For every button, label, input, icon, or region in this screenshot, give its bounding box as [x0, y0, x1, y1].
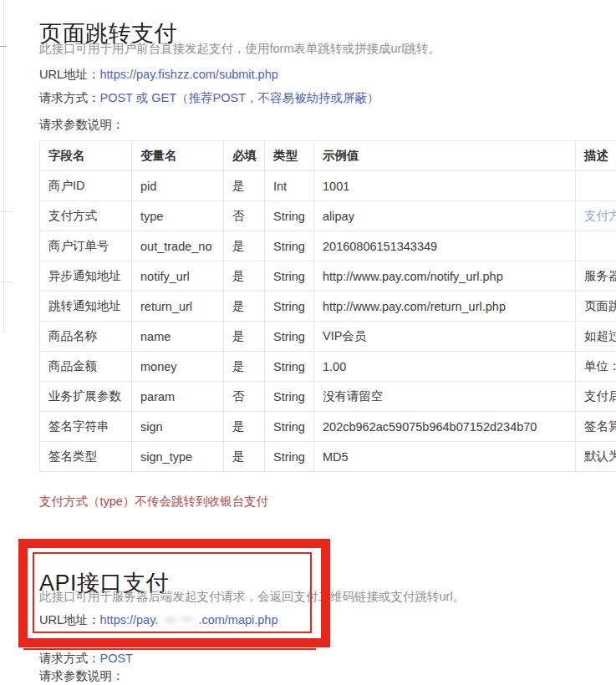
- table-cell: String: [265, 201, 314, 231]
- table-cell: String: [265, 382, 314, 412]
- method-value: POST 或 GET（推荐POST，不容易被劫持或屏蔽）: [100, 91, 379, 104]
- censored-blur-patch: [159, 613, 197, 626]
- col-header-field: 字段名: [40, 141, 132, 171]
- table-row: 签名字符串sign是String202cb962ac59075b964b0715…: [40, 412, 616, 442]
- table-cell: 签名算法: [576, 412, 616, 442]
- table-cell: 单位：元: [576, 352, 616, 382]
- table-cell: String: [265, 322, 314, 352]
- table-cell: 支付方式: [40, 201, 132, 231]
- method-label: 请求方式：: [39, 652, 100, 665]
- table-cell: 是: [224, 442, 265, 472]
- api-section-description: 此接口可用于服务器后端发起支付请求，会返回支付二维码链接或支付跳转url。: [39, 590, 465, 604]
- api-method-line: 请求方式：POST: [39, 651, 133, 666]
- table-cell: sign_type: [132, 442, 224, 472]
- table-cell: 否: [224, 201, 265, 231]
- table-row: 商品金额money是String1.00单位：元: [40, 352, 616, 382]
- sidebar-tick: [0, 282, 12, 282]
- table-cell: 默认为M: [576, 442, 616, 472]
- table-cell: String: [265, 412, 314, 442]
- table-cell: param: [132, 382, 224, 412]
- table-cell: String: [265, 261, 314, 292]
- table-cell: [576, 171, 616, 201]
- params-table: 字段名 变量名 必填 类型 示例值 描述 商户IDpid是Int1001支付方式…: [39, 140, 616, 472]
- params-label: 请求参数说明：: [39, 669, 125, 682]
- table-cell: 商户订单号: [40, 231, 132, 261]
- col-header-required: 必填: [224, 141, 265, 171]
- sidebar-edge-divider: [3, 0, 4, 334]
- table-cell: VIP会员: [314, 322, 576, 352]
- sidebar-tick: [0, 46, 7, 47]
- mapi-url-link[interactable]: https://pay..com/mapi.php: [100, 613, 278, 627]
- table-cell: http://www.pay.com/notify_url.php: [314, 261, 576, 292]
- table-cell: 如超过1: [576, 322, 616, 352]
- table-cell: String: [265, 442, 314, 472]
- table-cell: alipay: [314, 201, 576, 231]
- api-url-line: URL地址：https://pay..com/mapi.php: [39, 612, 277, 627]
- table-cell: 是: [224, 292, 265, 322]
- table-cell: 1001: [314, 171, 576, 201]
- url-label: URL地址：: [39, 68, 100, 81]
- table-cell: Int: [265, 171, 314, 201]
- table-cell: 是: [224, 171, 265, 201]
- table-cell: 商品名称: [40, 322, 132, 352]
- col-header-type: 类型: [265, 141, 314, 171]
- table-row: 签名类型sign_type是StringMD5默认为M: [40, 442, 616, 472]
- submit-url-link[interactable]: https://pay.fishzz.com/submit.php: [100, 68, 278, 81]
- col-header-desc: 描述: [576, 141, 616, 171]
- table-cell: 是: [224, 231, 265, 261]
- table-cell: String: [265, 231, 314, 261]
- table-cell: notify_url: [132, 261, 224, 292]
- table-cell: pid: [132, 171, 224, 201]
- table-header-row: 字段名 变量名 必填 类型 示例值 描述: [40, 141, 616, 171]
- table-cell: [576, 231, 616, 261]
- table-cell: 是: [224, 322, 265, 352]
- table-row: 商户订单号out_trade_no是String2016080615134334…: [40, 231, 616, 261]
- table-row: 跳转通知地址return_url是Stringhttp://www.pay.co…: [40, 292, 616, 322]
- table-row: 商户IDpid是Int1001: [40, 171, 616, 201]
- table-cell: http://www.pay.com/return_url.php: [314, 292, 576, 322]
- sidebar-tick: [0, 211, 12, 212]
- api-params-label-line: 请求参数说明：: [39, 668, 125, 683]
- table-cell: 服务器异: [576, 261, 616, 292]
- method-label: 请求方式：: [39, 91, 100, 104]
- table-row: 业务扩展参数param否String没有请留空支付后原: [40, 382, 616, 412]
- table-cell: return_url: [132, 292, 224, 322]
- table-cell: 商户ID: [40, 171, 132, 201]
- table-cell: 否: [224, 382, 265, 412]
- table-cell: String: [265, 352, 314, 382]
- table-cell: 支付后原: [576, 382, 616, 412]
- table-cell: 1.00: [314, 352, 576, 382]
- col-header-example: 示例值: [314, 141, 576, 171]
- method-value: POST: [100, 652, 133, 665]
- table-cell: MD5: [314, 442, 576, 472]
- table-cell: 202cb962ac59075b964b07152d234b70: [314, 412, 576, 442]
- table-cell: 是: [224, 261, 265, 292]
- type-note: 支付方式（type）不传会跳转到收银台支付: [39, 494, 268, 510]
- table-row: 商品名称name是StringVIP会员如超过1: [40, 322, 616, 352]
- table-cell: String: [265, 292, 314, 322]
- params-label-line: 请求参数说明：: [39, 117, 125, 132]
- table-cell: money: [132, 352, 224, 382]
- table-cell: sign: [132, 412, 224, 442]
- annotation-underline: [23, 648, 316, 650]
- method-line: 请求方式：POST 或 GET（推荐POST，不容易被劫持或屏蔽）: [39, 90, 379, 105]
- desc-link-cell[interactable]: 支付方式: [576, 201, 616, 231]
- table-cell: 跳转通知地址: [40, 292, 132, 322]
- table-cell: 页面跳转: [576, 292, 616, 322]
- table-cell: 商品金额: [40, 352, 132, 382]
- table-cell: type: [132, 201, 224, 231]
- table-cell: 异步通知地址: [40, 261, 132, 292]
- url-line: URL地址：https://pay.fishzz.com/submit.php: [39, 67, 278, 82]
- table-cell: 业务扩展参数: [40, 382, 132, 412]
- params-label: 请求参数说明：: [39, 118, 125, 131]
- table-cell: name: [132, 322, 224, 352]
- table-cell: out_trade_no: [132, 231, 224, 261]
- table-cell: 是: [224, 412, 265, 442]
- table-cell: 20160806151343349: [314, 231, 576, 261]
- table-row: 支付方式type否Stringalipay支付方式: [40, 201, 616, 231]
- table-cell: 是: [224, 352, 265, 382]
- table-cell: 签名字符串: [40, 412, 132, 442]
- section-description: 此接口可用于用户前台直接发起支付，使用form表单跳转或拼接成url跳转。: [39, 42, 440, 56]
- table-cell: 签名类型: [40, 442, 132, 472]
- col-header-varname: 变量名: [132, 141, 224, 171]
